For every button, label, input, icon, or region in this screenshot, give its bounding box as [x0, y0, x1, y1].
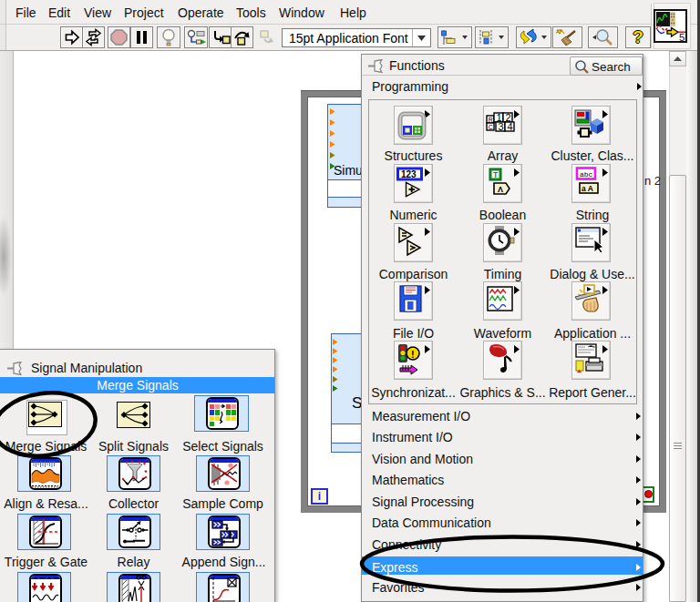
svg-text:Λ: Λ [498, 185, 503, 194]
svg-text:C: C [489, 124, 493, 130]
svg-text:a A: a A [582, 184, 593, 193]
svg-text:!: ! [411, 349, 415, 360]
svg-text:R: R [489, 117, 493, 123]
svg-text:T: T [493, 170, 499, 179]
svg-text:5: 5 [679, 32, 685, 42]
svg-text:123: 123 [401, 169, 417, 179]
svg-text:abc: abc [580, 170, 593, 179]
svg-text:4: 4 [508, 121, 513, 132]
svg-text:3: 3 [499, 121, 504, 132]
